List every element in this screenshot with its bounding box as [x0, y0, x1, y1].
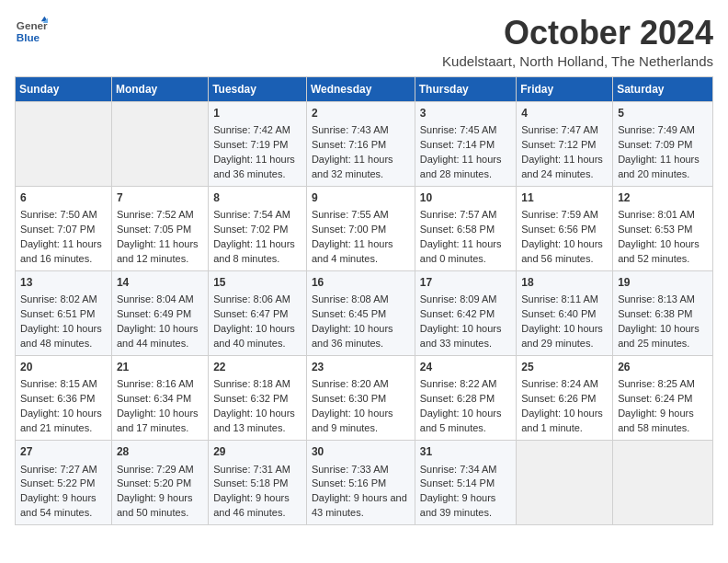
day-info: Sunrise: 7:33 AM — [312, 463, 410, 477]
day-info: Sunset: 7:02 PM — [213, 223, 301, 237]
day-number: 2 — [312, 106, 410, 121]
day-info: Sunrise: 8:01 AM — [618, 208, 708, 223]
day-number: 25 — [521, 360, 608, 375]
calendar-cell: 6Sunrise: 7:50 AMSunset: 7:07 PMDaylight… — [16, 186, 112, 270]
day-info: Sunrise: 7:55 AM — [312, 208, 410, 223]
month-title: October 2024 — [442, 15, 713, 52]
calendar-cell: 4Sunrise: 7:47 AMSunset: 7:12 PMDaylight… — [517, 101, 613, 186]
week-row-1: 1Sunrise: 7:42 AMSunset: 7:19 PMDaylight… — [16, 101, 713, 186]
header-day-friday: Friday — [517, 76, 613, 101]
day-number: 10 — [420, 190, 511, 206]
day-info: Sunrise: 8:06 AM — [213, 293, 301, 307]
day-info: Sunset: 7:16 PM — [312, 138, 410, 153]
calendar-cell: 3Sunrise: 7:45 AMSunset: 7:14 PMDaylight… — [415, 101, 516, 186]
day-number: 17 — [420, 275, 511, 291]
day-info: Daylight: 10 hours and 29 minutes. — [521, 322, 608, 351]
header-day-tuesday: Tuesday — [209, 76, 307, 101]
day-info: Sunrise: 7:45 AM — [420, 123, 511, 138]
day-info: Daylight: 11 hours and 12 minutes. — [117, 237, 203, 267]
day-info: Sunrise: 7:29 AM — [117, 463, 203, 477]
day-info: Sunset: 6:26 PM — [521, 392, 608, 407]
calendar-cell: 12Sunrise: 8:01 AMSunset: 6:53 PMDayligh… — [613, 186, 713, 270]
calendar-cell: 23Sunrise: 8:20 AMSunset: 6:30 PMDayligh… — [306, 356, 415, 441]
day-info: Sunrise: 8:13 AM — [618, 293, 708, 307]
day-info: Daylight: 9 hours and 43 minutes. — [312, 491, 410, 521]
day-info: Sunset: 5:14 PM — [420, 477, 511, 491]
header: General Blue October 2024 Kudelstaart, N… — [15, 15, 713, 69]
calendar-cell: 25Sunrise: 8:24 AMSunset: 6:26 PMDayligh… — [517, 356, 613, 441]
day-info: Sunrise: 7:59 AM — [521, 208, 608, 223]
calendar-cell: 5Sunrise: 7:49 AMSunset: 7:09 PMDaylight… — [613, 101, 713, 186]
day-info: Sunset: 6:58 PM — [420, 223, 511, 237]
calendar-cell: 31Sunrise: 7:34 AMSunset: 5:14 PMDayligh… — [415, 441, 516, 525]
day-info: Daylight: 10 hours and 33 minutes. — [420, 322, 511, 351]
day-info: Sunrise: 8:16 AM — [117, 377, 203, 392]
day-info: Sunset: 6:56 PM — [521, 223, 608, 237]
day-info: Sunrise: 7:57 AM — [420, 208, 511, 223]
calendar-cell: 21Sunrise: 8:16 AMSunset: 6:34 PMDayligh… — [111, 356, 208, 441]
day-info: Sunset: 7:09 PM — [618, 138, 708, 153]
day-info: Sunset: 5:18 PM — [213, 477, 301, 491]
day-info: Sunrise: 8:08 AM — [312, 293, 410, 307]
day-info: Daylight: 10 hours and 44 minutes. — [117, 322, 203, 351]
day-info: Sunrise: 8:15 AM — [20, 377, 107, 392]
calendar-cell — [517, 441, 613, 525]
calendar-cell: 1Sunrise: 7:42 AMSunset: 7:19 PMDaylight… — [209, 101, 307, 186]
day-info: Sunset: 6:30 PM — [312, 392, 410, 407]
day-info: Daylight: 10 hours and 9 minutes. — [312, 407, 410, 436]
day-number: 30 — [312, 444, 410, 460]
day-info: Sunset: 7:19 PM — [213, 138, 301, 153]
day-info: Daylight: 9 hours and 50 minutes. — [117, 491, 203, 521]
day-number: 5 — [618, 106, 708, 121]
day-number: 20 — [20, 360, 107, 375]
day-info: Sunrise: 8:22 AM — [420, 377, 511, 392]
calendar-cell: 18Sunrise: 8:11 AMSunset: 6:40 PMDayligh… — [517, 270, 613, 355]
day-info: Sunset: 6:38 PM — [618, 307, 708, 322]
day-info: Sunset: 6:34 PM — [117, 392, 203, 407]
day-info: Sunrise: 8:25 AM — [618, 377, 708, 392]
day-info: Sunset: 6:53 PM — [618, 223, 708, 237]
calendar-cell: 14Sunrise: 8:04 AMSunset: 6:49 PMDayligh… — [111, 270, 208, 355]
day-info: Daylight: 10 hours and 13 minutes. — [213, 407, 301, 436]
day-info: Sunset: 6:40 PM — [521, 307, 608, 322]
calendar-cell — [111, 101, 208, 186]
calendar-cell: 2Sunrise: 7:43 AMSunset: 7:16 PMDaylight… — [306, 101, 415, 186]
calendar-cell: 26Sunrise: 8:25 AMSunset: 6:24 PMDayligh… — [613, 356, 713, 441]
day-info: Sunrise: 8:20 AM — [312, 377, 410, 392]
week-row-2: 6Sunrise: 7:50 AMSunset: 7:07 PMDaylight… — [16, 186, 713, 270]
day-number: 21 — [117, 360, 203, 375]
header-day-wednesday: Wednesday — [306, 76, 415, 101]
day-info: Daylight: 10 hours and 5 minutes. — [420, 407, 511, 436]
day-info: Daylight: 9 hours and 54 minutes. — [20, 491, 107, 521]
day-info: Sunset: 6:42 PM — [420, 307, 511, 322]
day-info: Daylight: 10 hours and 25 minutes. — [618, 322, 708, 351]
day-number: 27 — [20, 444, 107, 460]
day-info: Daylight: 9 hours and 58 minutes. — [618, 407, 708, 436]
calendar-cell — [613, 441, 713, 525]
day-info: Daylight: 11 hours and 16 minutes. — [20, 237, 107, 267]
day-info: Sunrise: 8:04 AM — [117, 293, 203, 307]
day-number: 31 — [420, 444, 511, 460]
day-number: 28 — [117, 444, 203, 460]
day-info: Sunrise: 7:54 AM — [213, 208, 301, 223]
day-info: Sunrise: 8:11 AM — [521, 293, 608, 307]
header-row: SundayMondayTuesdayWednesdayThursdayFrid… — [16, 76, 713, 101]
calendar-cell: 7Sunrise: 7:52 AMSunset: 7:05 PMDaylight… — [111, 186, 208, 270]
day-info: Sunset: 6:24 PM — [618, 392, 708, 407]
day-number: 18 — [521, 275, 608, 291]
day-info: Sunset: 7:12 PM — [521, 138, 608, 153]
day-number: 26 — [618, 360, 708, 375]
day-info: Sunset: 6:28 PM — [420, 392, 511, 407]
day-info: Sunset: 5:20 PM — [117, 477, 203, 491]
day-info: Sunrise: 7:47 AM — [521, 123, 608, 138]
day-info: Daylight: 10 hours and 40 minutes. — [213, 322, 301, 351]
day-info: Sunset: 7:14 PM — [420, 138, 511, 153]
calendar-cell: 22Sunrise: 8:18 AMSunset: 6:32 PMDayligh… — [209, 356, 307, 441]
day-number: 3 — [420, 106, 511, 121]
day-info: Sunset: 6:51 PM — [20, 307, 107, 322]
day-info: Sunrise: 8:09 AM — [420, 293, 511, 307]
calendar-cell: 13Sunrise: 8:02 AMSunset: 6:51 PMDayligh… — [16, 270, 112, 355]
day-info: Daylight: 10 hours and 48 minutes. — [20, 322, 107, 351]
calendar-cell: 30Sunrise: 7:33 AMSunset: 5:16 PMDayligh… — [306, 441, 415, 525]
svg-text:Blue: Blue — [17, 31, 40, 43]
